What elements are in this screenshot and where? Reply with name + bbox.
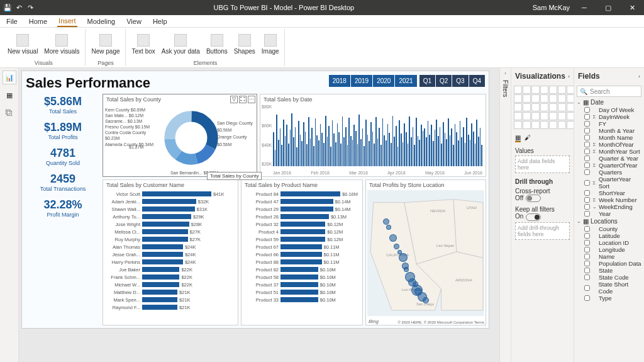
viz-type-icon[interactable] — [531, 121, 540, 129]
visual-map[interactable]: Total Profits by Store Location NEVADA U… — [365, 179, 486, 325]
field-item[interactable]: Name — [575, 253, 643, 260]
viz-type-icon[interactable] — [549, 86, 557, 94]
field-item[interactable]: Day Of Week — [575, 106, 643, 113]
maximize-button[interactable]: ▢ — [599, 1, 618, 14]
field-item[interactable]: ΣQuarterYear Sort — [575, 176, 643, 189]
bar-row[interactable]: Raymond F...$21K — [103, 303, 238, 311]
viz-type-icon[interactable] — [558, 86, 566, 94]
table-Date[interactable]: ⌄▦Date — [575, 98, 643, 106]
undo-icon[interactable]: ↶ — [14, 3, 24, 13]
year-2019[interactable]: 2019 — [351, 75, 372, 87]
field-item[interactable]: Latitude — [575, 232, 643, 239]
bar-row[interactable]: Product 47$0.14M — [242, 198, 362, 205]
menu-view[interactable]: View — [125, 16, 143, 26]
bar-row[interactable]: Product 82$0.10M — [242, 266, 362, 273]
bar-row[interactable]: Product 88$0.11M — [242, 258, 362, 266]
text-box-button[interactable]: Text box — [130, 29, 158, 59]
more-visuals-button[interactable]: More visuals — [42, 29, 82, 59]
minimize-button[interactable]: ─ — [575, 1, 594, 14]
bar-row[interactable]: Adam Jenki...$32K — [103, 198, 238, 205]
viz-type-icon[interactable] — [549, 121, 557, 129]
field-item[interactable]: ΣMonthYear Sort — [575, 148, 643, 155]
bar-row[interactable]: Product 51$0.10M — [242, 288, 362, 296]
viz-type-icon[interactable] — [540, 121, 548, 129]
viz-type-icon[interactable] — [540, 103, 548, 111]
bar-row[interactable]: Melissa Cl...$27K — [103, 228, 238, 235]
fields-search[interactable]: 🔍 Search — [577, 86, 641, 97]
field-item[interactable]: County — [575, 225, 643, 232]
viz-type-icon[interactable] — [523, 103, 531, 111]
bar-row[interactable]: Anthony To...$29K — [103, 213, 238, 220]
viz-type-icon[interactable] — [540, 94, 548, 103]
field-item[interactable]: FY — [575, 120, 643, 127]
bar-row[interactable]: Mark Spen...$21K — [103, 296, 238, 303]
field-item[interactable]: State Code — [575, 274, 643, 281]
viz-type-icon[interactable] — [523, 86, 531, 94]
viz-type-icon[interactable] — [523, 94, 531, 103]
visual-customer[interactable]: Total Sales by Customer Name Victor Scot… — [103, 179, 238, 325]
viz-type-icon[interactable] — [514, 112, 522, 120]
field-item[interactable]: State Short Code — [575, 281, 643, 295]
chevron-right-icon[interactable]: › — [638, 74, 640, 79]
bar-row[interactable]: Product 29$0.14M — [242, 205, 362, 213]
drill-well[interactable]: Add drill-through fields here — [515, 222, 570, 240]
year-2021[interactable]: 2021 — [395, 75, 416, 87]
viz-type-icon[interactable] — [523, 121, 531, 129]
menu-home[interactable]: Home — [28, 16, 48, 26]
bar-row[interactable]: Product 28$0.13M — [242, 213, 362, 220]
bar-row[interactable]: Product 58$0.10M — [242, 273, 362, 281]
field-item[interactable]: Month Name — [575, 134, 643, 141]
menu-insert[interactable]: Insert — [57, 16, 77, 27]
field-item[interactable]: State — [575, 267, 643, 274]
year-2018[interactable]: 2018 — [329, 75, 350, 87]
bar-row[interactable]: Victor Scott$41K — [103, 190, 238, 198]
quarter-Q4[interactable]: Q4 — [469, 75, 485, 87]
save-icon[interactable]: 💾 — [3, 3, 13, 13]
visual-county[interactable]: Total Sales by County ▽ ⛶ ⋯ $1.27 — [103, 94, 257, 177]
cross-report-toggle[interactable] — [526, 195, 541, 202]
bar-row[interactable]: Jose Wright$28K — [103, 220, 238, 228]
viz-type-icon[interactable] — [558, 112, 566, 120]
new-page-button[interactable]: New page — [89, 29, 123, 59]
bar-row[interactable]: Alan Thomas$24K — [103, 243, 238, 251]
viz-type-icon[interactable] — [514, 103, 522, 111]
menu-file[interactable]: File — [5, 16, 19, 26]
more-icon[interactable]: ⋯ — [248, 96, 255, 103]
viz-type-icon[interactable] — [531, 94, 540, 103]
user-name[interactable]: Sam McKay — [533, 4, 570, 11]
viz-type-icon[interactable] — [549, 103, 557, 111]
buttons-button[interactable]: Buttons — [204, 29, 230, 59]
bar-row[interactable]: Michael W...$22K — [103, 281, 238, 288]
close-button[interactable]: ✕ — [623, 1, 641, 14]
menu-help[interactable]: Help — [152, 16, 169, 26]
field-item[interactable]: Location ID — [575, 239, 643, 246]
bar-row[interactable]: Harry Perkins$24K — [103, 258, 238, 266]
field-item[interactable]: Quarter & Year — [575, 155, 643, 162]
field-item[interactable]: Type — [575, 295, 643, 302]
year-2020[interactable]: 2020 — [373, 75, 394, 87]
bar-row[interactable]: Roy Murphy$27K — [103, 235, 238, 243]
quarter-Q1[interactable]: Q1 — [419, 75, 435, 87]
viz-type-icon[interactable] — [540, 112, 548, 120]
visual-date[interactable]: Total Sales by Date $80K$60K$40K$20K Jan… — [260, 94, 486, 177]
bar-row[interactable]: Jesse Grah...$24K — [103, 251, 238, 258]
field-item[interactable]: ΣWeek Number — [575, 196, 643, 203]
filter-icon[interactable]: ▽ — [230, 96, 238, 103]
redo-icon[interactable]: ↷ — [25, 3, 35, 13]
field-item[interactable]: Month & Year — [575, 127, 643, 134]
format-tab-icon[interactable]: 🖌 — [525, 134, 531, 142]
bar-row[interactable]: Product 67$0.11M — [242, 243, 362, 251]
report-canvas[interactable]: Sales Performance 2018201920202021 Q1Q2Q… — [21, 71, 489, 329]
field-item[interactable]: ΣMonthOfYear — [575, 141, 643, 148]
viz-type-icon[interactable] — [514, 121, 522, 129]
bar-row[interactable]: Product 33$0.10M — [242, 296, 362, 303]
model-view-icon[interactable]: ⿻ — [3, 106, 16, 120]
field-item[interactable]: Longitude — [575, 246, 643, 253]
field-item[interactable]: Population Data — [575, 260, 643, 267]
bar-row[interactable]: Shawn Wall...$31K — [103, 205, 238, 213]
field-item[interactable]: ⌄WeekEnding — [575, 203, 643, 210]
viz-type-icon[interactable] — [531, 86, 540, 94]
viz-type-icon[interactable] — [514, 94, 522, 103]
viz-type-icon[interactable] — [540, 86, 548, 94]
viz-type-icon[interactable] — [531, 112, 540, 120]
